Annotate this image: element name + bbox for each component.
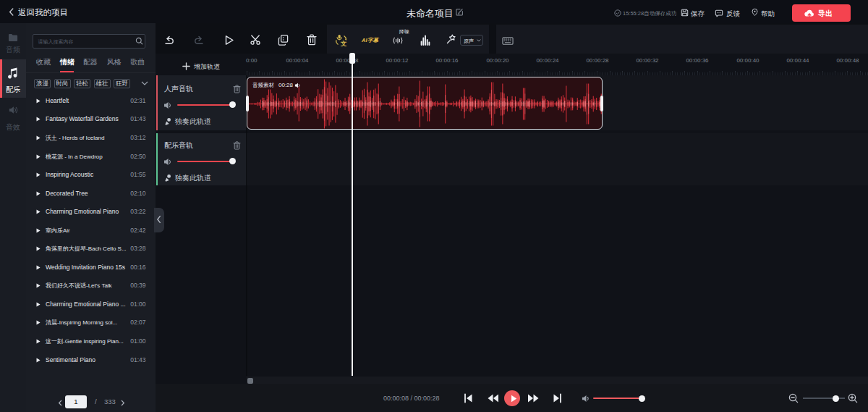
svg-text:文: 文 [341,40,347,46]
